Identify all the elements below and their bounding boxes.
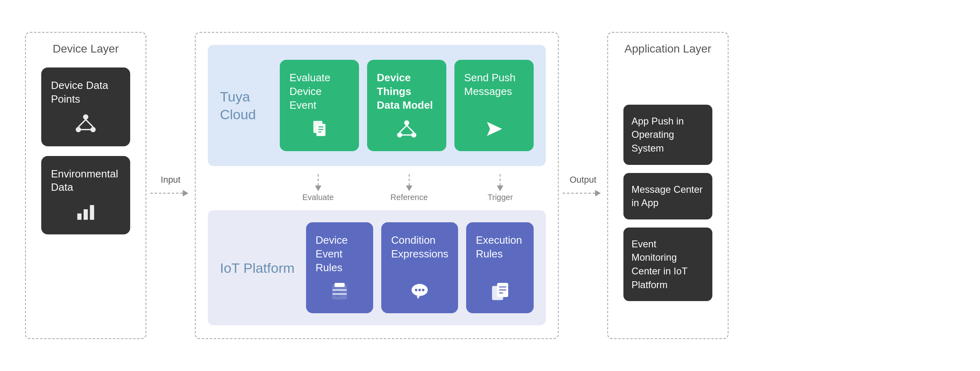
application-layer-title: Application Layer <box>616 42 720 55</box>
evaluate-label-item: Evaluate <box>272 174 363 202</box>
tuya-cloud-label: TuyaCloud <box>220 88 268 123</box>
app-push-card: App Push in Operating System <box>623 105 712 165</box>
environmental-data-card: Environmental Data <box>41 156 130 235</box>
execution-rules-title: Execution Rules <box>476 234 524 261</box>
purple-cards-container: Device Event Rules Condition Expressions… <box>306 222 534 313</box>
event-monitoring-card: Event Monitoring Center in IoT Platform <box>623 228 712 301</box>
message-center-card: Message Center in App <box>623 173 712 219</box>
input-label: Input <box>161 175 181 185</box>
iot-platform-container: IoT Platform Device Event Rules Conditio… <box>208 210 546 325</box>
architecture-diagram: Device Layer Device Data Points Environm… <box>25 16 955 355</box>
trigger-arrow-head <box>497 186 503 191</box>
evaluate-device-event-title: Evaluate Device Event <box>289 71 349 112</box>
input-arrow <box>150 190 191 196</box>
evaluate-label: Evaluate <box>302 193 334 202</box>
application-layer-container: Application Layer App Push in Operating … <box>607 32 729 339</box>
output-arrow <box>563 190 603 196</box>
device-data-points-card: Device Data Points <box>41 67 130 146</box>
output-dashed-line <box>563 193 595 194</box>
condition-expressions-card: Condition Expressions <box>381 222 458 313</box>
list-icon <box>329 281 350 305</box>
output-label: Output <box>570 175 596 185</box>
evaluate-down-arrow <box>315 174 321 191</box>
reference-down-arrow <box>406 174 412 191</box>
reference-arrow-head <box>406 186 412 191</box>
output-arrow-section: Output <box>559 175 607 196</box>
trigger-label: Trigger <box>488 193 513 202</box>
input-arrow-section: Input <box>146 175 195 196</box>
reference-label: Reference <box>391 193 428 202</box>
send-push-messages-card: Send Push Messages <box>454 60 534 151</box>
chat-icon <box>410 281 430 305</box>
send-icon <box>484 119 504 143</box>
middle-section: TuyaCloud Evaluate Device Event Device T… <box>195 32 559 339</box>
execution-rules-card: Execution Rules <box>466 222 534 313</box>
tuya-cloud-container: TuyaCloud Evaluate Device Event Device T… <box>208 45 546 166</box>
iot-platform-label: IoT Platform <box>220 259 295 277</box>
app-push-title: App Push in Operating System <box>632 114 704 155</box>
device-cards-container: Device Data Points Environmental Data <box>34 67 137 234</box>
device-things-data-model-card: Device Things Data Model <box>367 60 446 151</box>
bar-chart-icon <box>75 201 96 226</box>
device-event-rules-card: Device Event Rules <box>306 222 374 313</box>
evaluate-device-event-card: Evaluate Device Event <box>280 60 359 151</box>
output-arrow-head <box>595 190 601 196</box>
input-dashed-line <box>150 193 183 194</box>
device-data-points-title: Device Data Points <box>51 79 120 106</box>
app-cards-container: App Push in Operating System Message Cen… <box>616 76 720 330</box>
labels-row: Evaluate Reference Trigger <box>208 174 546 202</box>
network-icon-green <box>397 119 417 143</box>
environmental-data-title: Environmental Data <box>51 167 120 195</box>
device-things-data-model-title: Device Things Data Model <box>377 71 437 112</box>
send-push-messages-title: Send Push Messages <box>464 71 524 99</box>
evaluate-arrow-head <box>315 186 321 191</box>
reference-vert-line <box>409 174 410 186</box>
doc-icon <box>309 119 329 143</box>
network-icon <box>75 113 96 138</box>
trigger-down-arrow <box>497 174 503 191</box>
device-event-rules-title: Device Event Rules <box>316 234 364 274</box>
trigger-vert-line <box>500 174 501 186</box>
message-center-title: Message Center in App <box>632 183 704 210</box>
trigger-label-item: Trigger <box>455 174 546 202</box>
device-layer-title: Device Layer <box>34 42 137 55</box>
event-monitoring-title: Event Monitoring Center in IoT Platform <box>632 237 704 291</box>
green-cards-container: Evaluate Device Event Device Things Data… <box>280 60 534 151</box>
condition-expressions-title: Condition Expressions <box>391 234 448 261</box>
device-layer-container: Device Layer Device Data Points Environm… <box>25 32 146 339</box>
reference-label-item: Reference <box>363 174 454 202</box>
input-arrow-head <box>183 190 188 196</box>
copy-icon <box>490 281 510 305</box>
evaluate-vert-line <box>318 174 319 186</box>
